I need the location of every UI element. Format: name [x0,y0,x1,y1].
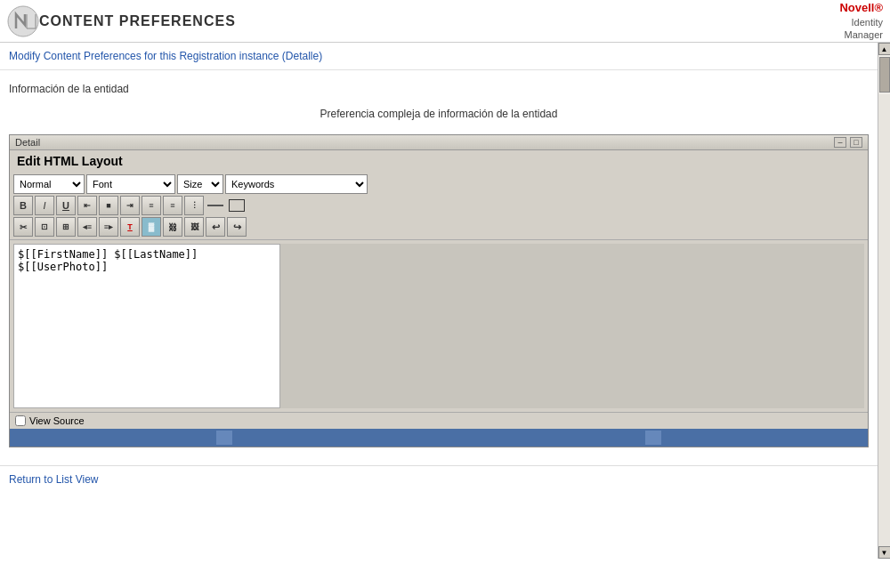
page-wrapper: CONTENT PREFERENCES Novell® Identity Man… [0,0,890,588]
page-title: CONTENT PREFERENCES [39,13,839,29]
detail-panel: Detail – □ Edit HTML Layout Norm [9,134,869,447]
ordered-list-button[interactable]: ≡ [163,196,182,215]
style-select[interactable]: Normal Heading 1 Heading 2 Heading 3 [13,174,85,194]
link-button[interactable]: ⛓ [163,217,182,237]
vertical-scrollbar: ▲ ▼ [878,43,890,559]
scissors-button[interactable]: ✂ [13,217,33,237]
scroll-track-body [878,94,891,546]
bottom-bar [10,429,868,447]
editor-right-panel [280,244,864,408]
view-source-checkbox[interactable] [15,415,26,426]
align-center-button[interactable]: ■ [99,196,118,215]
novell-logo-icon [7,5,39,37]
unordered-list-button[interactable]: ⋮ [184,196,204,215]
breadcrumb: Modify Content Preferences for this Regi… [0,43,878,70]
detail-titlebar-controls: – □ [834,137,862,148]
detail-titlebar-label: Detail [15,137,40,148]
undo-button[interactable]: ↩ [206,217,225,237]
scroll-down-button[interactable]: ▼ [878,546,891,559]
toolbar-row-selects: Normal Heading 1 Heading 2 Heading 3 Fon… [13,174,864,194]
section-title: Información de la entidad [9,83,869,95]
header: CONTENT PREFERENCES Novell® Identity Man… [0,0,890,43]
align-left-button[interactable]: ⇤ [77,196,97,215]
indent-left-button[interactable]: ◂≡ [77,217,97,237]
content-area: Modify Content Preferences for this Regi… [0,43,890,559]
font-select[interactable]: Font Arial Times New Roman Courier [86,174,175,194]
main-scroll-content: Modify Content Preferences for this Regi… [0,43,878,559]
rectangle-shape [229,199,245,212]
maximize-button[interactable]: □ [850,137,862,148]
bold-button[interactable]: B [13,196,33,215]
toolbar-row-format: B I U ⇤ ■ ⇥ ≡ ≡ ⋮ [13,196,864,215]
toolbar-row-edit: ✂ ⊡ ⊞ ◂≡ ≡▸ T ▓ ⛓ 🖼 ↩ ↪ [13,217,864,237]
copy-button[interactable]: ⊡ [35,217,54,237]
section-description: Preferencia compleja de información de l… [9,108,869,120]
italic-button[interactable]: I [35,196,54,215]
footer: Return to List View [0,465,878,493]
text-color-button[interactable]: T [120,217,140,237]
return-to-list-link[interactable]: Return to List View [9,473,99,486]
size-select[interactable]: Size 8 10 12 14 16 [177,174,223,194]
breadcrumb-link[interactable]: Modify Content Preferences for this Regi… [9,50,322,62]
editor-container: $[[FirstName]] $[[LastName]] $[[UserPhot… [10,240,868,412]
toolbar-area: Normal Heading 1 Heading 2 Heading 3 Fon… [10,172,868,240]
scroll-up-button[interactable]: ▲ [878,43,891,55]
bg-color-button[interactable]: ▓ [142,217,161,237]
bottom-bar-button-left[interactable] [216,431,232,445]
align-right-button[interactable]: ⇥ [120,196,140,215]
editor-title: Edit HTML Layout [10,150,868,172]
underline-button[interactable]: U [56,196,76,215]
novell-product-name: Identity Manager [839,16,883,42]
paste-button[interactable]: ⊞ [56,217,76,237]
novell-brand: Novell® Identity Manager [839,1,883,41]
minimize-button[interactable]: – [834,137,846,148]
scroll-thumb[interactable] [879,57,890,93]
novell-brand-name: Novell® [839,1,883,16]
view-source-label[interactable]: View Source [29,415,85,426]
image-button[interactable]: 🖼 [184,217,204,237]
html-editor[interactable]: $[[FirstName]] $[[LastName]] $[[UserPhot… [13,244,280,408]
detail-titlebar: Detail – □ [10,135,868,150]
indent-right-button[interactable]: ≡▸ [99,217,118,237]
keywords-select[interactable]: Keywords $[[FirstName]] $[[LastName]] $[… [225,174,368,194]
view-source-bar: View Source [10,412,868,429]
redo-button[interactable]: ↪ [227,217,247,237]
separator-1 [207,205,223,206]
main-content: Información de la entidad Preferencia co… [0,70,878,465]
bottom-bar-button-right[interactable] [645,431,661,445]
align-justify-button[interactable]: ≡ [142,196,161,215]
